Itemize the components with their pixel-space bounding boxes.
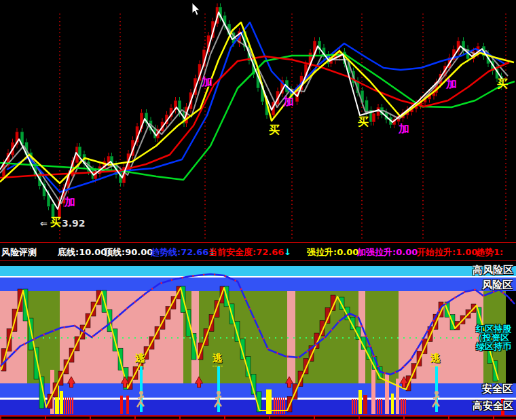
- histogram-bar: [391, 394, 394, 414]
- field-trend-line: 趋势线:72.66↓: [151, 246, 216, 259]
- signal-label: 加: [64, 195, 75, 210]
- axis-tick: [0, 416, 1, 420]
- zone-label-high-safe: 高安全区: [473, 400, 513, 413]
- runner-icon: [217, 391, 221, 395]
- zone-label-risk: 风险区: [482, 279, 513, 292]
- signal-label: 加: [446, 77, 457, 92]
- risk-band: [0, 266, 516, 276]
- histogram-bar: [278, 398, 279, 414]
- axis-tick: [493, 416, 494, 420]
- zone-label-safe: 安全区: [482, 383, 513, 396]
- histogram-bar: [352, 399, 353, 414]
- signal-label: 买: [497, 77, 508, 92]
- runner-icon: [435, 391, 439, 395]
- ma-line-gray: [0, 24, 508, 204]
- histogram-bar: [274, 398, 275, 414]
- histogram-bar: [60, 391, 63, 414]
- histogram-bar: [358, 390, 362, 414]
- axis-tick: [448, 416, 449, 420]
- signal-label: 加: [399, 122, 409, 136]
- escape-signal-label: 逃: [213, 352, 223, 366]
- axis-tick: [224, 416, 225, 420]
- candle: [372, 113, 375, 122]
- signal-label: 加: [202, 75, 213, 90]
- field-trend1: 趋势1:: [476, 246, 503, 259]
- histogram-bar: [403, 399, 404, 414]
- signal-label: ⇐: [40, 218, 48, 229]
- histogram-bar: [363, 395, 367, 414]
- histogram-bar: [68, 398, 69, 414]
- axis-tick: [403, 416, 405, 420]
- field-strong-pull: 强拉升:0.00: [307, 246, 358, 259]
- histogram-bar: [379, 399, 380, 414]
- field-current-safety: 当前安全度:72.66↓: [208, 246, 291, 259]
- axis-tick: [45, 416, 46, 420]
- escape-signal-label: 逃: [430, 352, 441, 366]
- histogram-bar: [126, 396, 129, 414]
- histogram-bar: [401, 399, 402, 414]
- field-stronger-pull: 加强拉升:0.00: [357, 246, 418, 259]
- pane-title: 风险评测: [1, 246, 37, 259]
- histogram-bar: [72, 398, 73, 414]
- escape-signal-label: 逃: [135, 352, 145, 366]
- histogram-bar: [280, 398, 281, 414]
- zone-label-green-hold-cash: 绿区持币: [476, 341, 511, 353]
- axis-tick: [134, 416, 136, 420]
- histogram-bar: [66, 398, 67, 414]
- histogram-bar: [282, 398, 283, 414]
- runner-icon: [139, 391, 143, 395]
- histogram-bar: [405, 399, 406, 414]
- histogram-bar: [276, 398, 277, 414]
- down-arrow-icon: ↓: [284, 247, 291, 257]
- histogram-bar: [70, 398, 71, 414]
- zone-stripe: [199, 291, 287, 383]
- trading-terminal-window: 风险评测 底线:10.00 顶线:90.00 趋势线:72.66↓ 当前安全度:…: [0, 0, 516, 420]
- axis-tick: [269, 416, 270, 420]
- axis-tick: [358, 416, 360, 420]
- signal-label: 加: [283, 95, 294, 109]
- field-bottom-line: 底线:10.00: [58, 246, 107, 259]
- histogram-bar: [356, 399, 357, 414]
- signal-label: 买: [269, 123, 280, 138]
- field-start-pull: 开始拉升:1.00↑: [417, 246, 485, 259]
- axis-tick: [314, 416, 315, 420]
- histogram-bar: [396, 379, 399, 414]
- histogram-bar: [120, 396, 123, 414]
- mouse-cursor-icon: [192, 3, 200, 16]
- histogram-bar: [377, 399, 378, 414]
- risk-band: [0, 276, 516, 278]
- histogram-bar: [354, 399, 355, 414]
- signal-label: 3.92: [62, 218, 86, 229]
- axis-tick: [179, 416, 181, 420]
- histogram-bar: [284, 398, 285, 414]
- signal-label: 买: [50, 216, 61, 230]
- axis-tick: [90, 416, 91, 420]
- zone-label-high-risk: 高风险区: [473, 264, 513, 277]
- axis-line: [0, 415, 516, 417]
- histogram-bar: [385, 373, 389, 414]
- indicator-toolbar: 风险评测 底线:10.00 顶线:90.00 趋势线:72.66↓ 当前安全度:…: [0, 242, 516, 261]
- signal-label: 买: [358, 115, 369, 130]
- histogram-bar: [381, 399, 382, 414]
- risk-band: [0, 278, 516, 291]
- ma-line-white: [0, 12, 504, 209]
- field-top-line: 顶线:90.00: [104, 246, 153, 259]
- histogram-bar: [64, 398, 65, 414]
